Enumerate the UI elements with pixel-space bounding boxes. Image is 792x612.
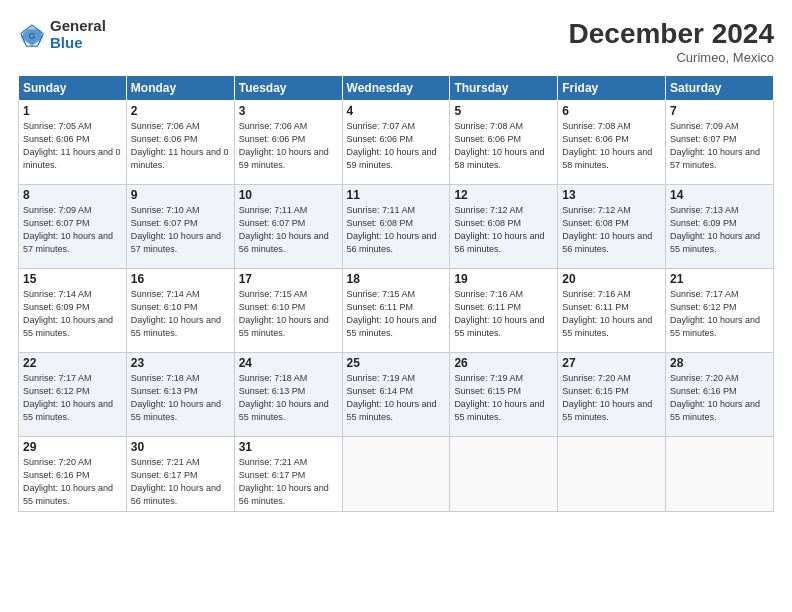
- weekday-header-monday: Monday: [126, 76, 234, 101]
- logo-text: General Blue: [50, 18, 106, 51]
- weekday-header-thursday: Thursday: [450, 76, 558, 101]
- calendar-cell: 25Sunrise: 7:19 AMSunset: 6:14 PMDayligh…: [342, 353, 450, 437]
- calendar-cell: 2Sunrise: 7:06 AMSunset: 6:06 PMDaylight…: [126, 101, 234, 185]
- calendar-cell: 17Sunrise: 7:15 AMSunset: 6:10 PMDayligh…: [234, 269, 342, 353]
- day-info: Sunrise: 7:12 AMSunset: 6:08 PMDaylight:…: [454, 204, 553, 256]
- day-info: Sunrise: 7:20 AMSunset: 6:16 PMDaylight:…: [23, 456, 122, 508]
- calendar-cell: 14Sunrise: 7:13 AMSunset: 6:09 PMDayligh…: [666, 185, 774, 269]
- day-info: Sunrise: 7:17 AMSunset: 6:12 PMDaylight:…: [670, 288, 769, 340]
- calendar-cell: 19Sunrise: 7:16 AMSunset: 6:11 PMDayligh…: [450, 269, 558, 353]
- day-info: Sunrise: 7:08 AMSunset: 6:06 PMDaylight:…: [562, 120, 661, 172]
- header: G General Blue December 2024 Curimeo, Me…: [18, 18, 774, 65]
- day-number: 20: [562, 272, 661, 286]
- calendar-cell: 7Sunrise: 7:09 AMSunset: 6:07 PMDaylight…: [666, 101, 774, 185]
- day-info: Sunrise: 7:08 AMSunset: 6:06 PMDaylight:…: [454, 120, 553, 172]
- day-info: Sunrise: 7:20 AMSunset: 6:15 PMDaylight:…: [562, 372, 661, 424]
- calendar-week-5: 29Sunrise: 7:20 AMSunset: 6:16 PMDayligh…: [19, 437, 774, 512]
- calendar-week-1: 1Sunrise: 7:05 AMSunset: 6:06 PMDaylight…: [19, 101, 774, 185]
- day-info: Sunrise: 7:16 AMSunset: 6:11 PMDaylight:…: [562, 288, 661, 340]
- day-number: 6: [562, 104, 661, 118]
- page: G General Blue December 2024 Curimeo, Me…: [0, 0, 792, 612]
- calendar-cell: 5Sunrise: 7:08 AMSunset: 6:06 PMDaylight…: [450, 101, 558, 185]
- day-number: 22: [23, 356, 122, 370]
- day-number: 7: [670, 104, 769, 118]
- calendar-week-2: 8Sunrise: 7:09 AMSunset: 6:07 PMDaylight…: [19, 185, 774, 269]
- day-info: Sunrise: 7:07 AMSunset: 6:06 PMDaylight:…: [347, 120, 446, 172]
- day-number: 31: [239, 440, 338, 454]
- day-info: Sunrise: 7:19 AMSunset: 6:14 PMDaylight:…: [347, 372, 446, 424]
- day-number: 18: [347, 272, 446, 286]
- calendar-cell: 11Sunrise: 7:11 AMSunset: 6:08 PMDayligh…: [342, 185, 450, 269]
- calendar-cell: 28Sunrise: 7:20 AMSunset: 6:16 PMDayligh…: [666, 353, 774, 437]
- calendar-cell: 21Sunrise: 7:17 AMSunset: 6:12 PMDayligh…: [666, 269, 774, 353]
- weekday-header-saturday: Saturday: [666, 76, 774, 101]
- weekday-header-friday: Friday: [558, 76, 666, 101]
- calendar-cell: 27Sunrise: 7:20 AMSunset: 6:15 PMDayligh…: [558, 353, 666, 437]
- calendar-header-row: SundayMondayTuesdayWednesdayThursdayFrid…: [19, 76, 774, 101]
- calendar-cell: 4Sunrise: 7:07 AMSunset: 6:06 PMDaylight…: [342, 101, 450, 185]
- day-number: 29: [23, 440, 122, 454]
- logo: G General Blue: [18, 18, 106, 51]
- day-info: Sunrise: 7:06 AMSunset: 6:06 PMDaylight:…: [239, 120, 338, 172]
- day-number: 24: [239, 356, 338, 370]
- day-number: 21: [670, 272, 769, 286]
- day-info: Sunrise: 7:09 AMSunset: 6:07 PMDaylight:…: [23, 204, 122, 256]
- calendar-cell: 26Sunrise: 7:19 AMSunset: 6:15 PMDayligh…: [450, 353, 558, 437]
- calendar-cell: 23Sunrise: 7:18 AMSunset: 6:13 PMDayligh…: [126, 353, 234, 437]
- day-number: 26: [454, 356, 553, 370]
- calendar-cell: 12Sunrise: 7:12 AMSunset: 6:08 PMDayligh…: [450, 185, 558, 269]
- calendar-cell: 10Sunrise: 7:11 AMSunset: 6:07 PMDayligh…: [234, 185, 342, 269]
- day-info: Sunrise: 7:09 AMSunset: 6:07 PMDaylight:…: [670, 120, 769, 172]
- day-info: Sunrise: 7:11 AMSunset: 6:07 PMDaylight:…: [239, 204, 338, 256]
- day-number: 2: [131, 104, 230, 118]
- calendar-cell: [666, 437, 774, 512]
- day-number: 11: [347, 188, 446, 202]
- day-info: Sunrise: 7:18 AMSunset: 6:13 PMDaylight:…: [239, 372, 338, 424]
- calendar-cell: 1Sunrise: 7:05 AMSunset: 6:06 PMDaylight…: [19, 101, 127, 185]
- calendar-cell: [450, 437, 558, 512]
- calendar-cell: 22Sunrise: 7:17 AMSunset: 6:12 PMDayligh…: [19, 353, 127, 437]
- calendar-cell: 15Sunrise: 7:14 AMSunset: 6:09 PMDayligh…: [19, 269, 127, 353]
- day-number: 4: [347, 104, 446, 118]
- calendar-cell: 29Sunrise: 7:20 AMSunset: 6:16 PMDayligh…: [19, 437, 127, 512]
- calendar-cell: 18Sunrise: 7:15 AMSunset: 6:11 PMDayligh…: [342, 269, 450, 353]
- calendar-cell: 31Sunrise: 7:21 AMSunset: 6:17 PMDayligh…: [234, 437, 342, 512]
- day-info: Sunrise: 7:21 AMSunset: 6:17 PMDaylight:…: [239, 456, 338, 508]
- calendar-cell: 9Sunrise: 7:10 AMSunset: 6:07 PMDaylight…: [126, 185, 234, 269]
- day-info: Sunrise: 7:17 AMSunset: 6:12 PMDaylight:…: [23, 372, 122, 424]
- day-info: Sunrise: 7:15 AMSunset: 6:10 PMDaylight:…: [239, 288, 338, 340]
- day-number: 28: [670, 356, 769, 370]
- day-number: 16: [131, 272, 230, 286]
- day-number: 13: [562, 188, 661, 202]
- day-info: Sunrise: 7:15 AMSunset: 6:11 PMDaylight:…: [347, 288, 446, 340]
- day-number: 12: [454, 188, 553, 202]
- day-info: Sunrise: 7:12 AMSunset: 6:08 PMDaylight:…: [562, 204, 661, 256]
- day-info: Sunrise: 7:14 AMSunset: 6:09 PMDaylight:…: [23, 288, 122, 340]
- day-number: 9: [131, 188, 230, 202]
- day-info: Sunrise: 7:06 AMSunset: 6:06 PMDaylight:…: [131, 120, 230, 172]
- day-number: 14: [670, 188, 769, 202]
- day-number: 1: [23, 104, 122, 118]
- weekday-header-tuesday: Tuesday: [234, 76, 342, 101]
- day-info: Sunrise: 7:11 AMSunset: 6:08 PMDaylight:…: [347, 204, 446, 256]
- calendar-cell: 30Sunrise: 7:21 AMSunset: 6:17 PMDayligh…: [126, 437, 234, 512]
- calendar-cell: 13Sunrise: 7:12 AMSunset: 6:08 PMDayligh…: [558, 185, 666, 269]
- logo-blue: Blue: [50, 35, 106, 52]
- calendar-cell: [558, 437, 666, 512]
- location: Curimeo, Mexico: [569, 50, 774, 65]
- logo-general: General: [50, 18, 106, 35]
- weekday-header-wednesday: Wednesday: [342, 76, 450, 101]
- calendar-cell: 6Sunrise: 7:08 AMSunset: 6:06 PMDaylight…: [558, 101, 666, 185]
- logo-icon: G: [18, 21, 46, 49]
- calendar-cell: 24Sunrise: 7:18 AMSunset: 6:13 PMDayligh…: [234, 353, 342, 437]
- calendar-week-4: 22Sunrise: 7:17 AMSunset: 6:12 PMDayligh…: [19, 353, 774, 437]
- day-number: 23: [131, 356, 230, 370]
- calendar-cell: 3Sunrise: 7:06 AMSunset: 6:06 PMDaylight…: [234, 101, 342, 185]
- calendar-cell: 20Sunrise: 7:16 AMSunset: 6:11 PMDayligh…: [558, 269, 666, 353]
- day-number: 17: [239, 272, 338, 286]
- day-number: 5: [454, 104, 553, 118]
- calendar-cell: [342, 437, 450, 512]
- day-info: Sunrise: 7:14 AMSunset: 6:10 PMDaylight:…: [131, 288, 230, 340]
- svg-text:G: G: [28, 31, 35, 41]
- calendar-cell: 8Sunrise: 7:09 AMSunset: 6:07 PMDaylight…: [19, 185, 127, 269]
